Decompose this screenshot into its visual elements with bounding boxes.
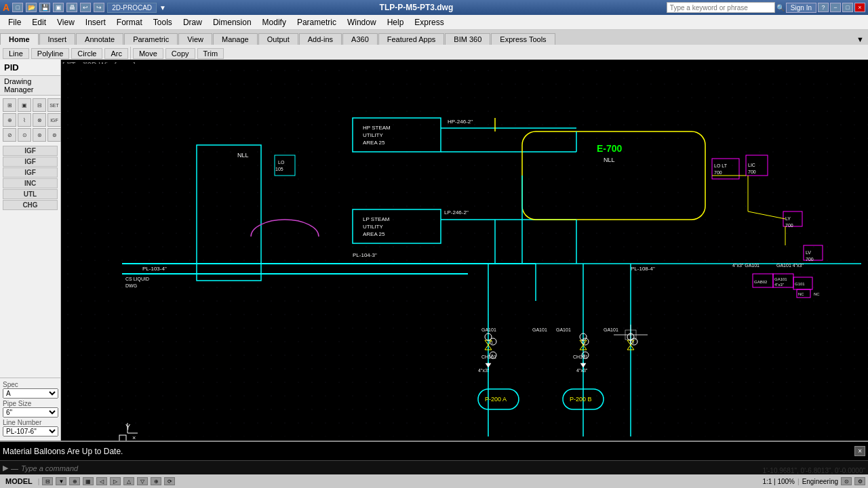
rb-poly[interactable]: Polyline bbox=[31, 48, 70, 59]
rb-sep1 bbox=[130, 47, 131, 60]
settings-icon[interactable]: ⚙ bbox=[854, 477, 865, 485]
svg-text:700: 700 bbox=[806, 257, 814, 262]
tool-btn-10[interactable]: ⊙ bbox=[18, 128, 31, 142]
help-icon[interactable]: ? bbox=[818, 3, 829, 12]
tool-btn-igf[interactable]: IGF bbox=[47, 113, 61, 127]
restore-btn[interactable]: □ bbox=[842, 3, 853, 12]
menu-tools[interactable]: Tools bbox=[148, 16, 178, 28]
svg-text:PL-103-4": PL-103-4" bbox=[142, 266, 167, 272]
close-command[interactable]: × bbox=[854, 446, 865, 456]
2d-view-icon[interactable]: ⊟ bbox=[42, 477, 53, 485]
tool-btn-1[interactable]: ⊞ bbox=[3, 98, 16, 112]
tab-addins[interactable]: Add-ins bbox=[299, 33, 342, 45]
tab-home[interactable]: Home bbox=[0, 33, 39, 45]
tab-insert[interactable]: Insert bbox=[39, 33, 76, 45]
orbit-icon[interactable]: ⟳ bbox=[164, 477, 175, 485]
tab-output[interactable]: Output bbox=[258, 33, 298, 45]
tool-chg[interactable]: CHG bbox=[3, 200, 58, 210]
menu-help[interactable]: Help bbox=[382, 16, 410, 28]
command-input-area[interactable]: ▶ — bbox=[0, 461, 868, 475]
tool-btn-12[interactable]: ⊚ bbox=[47, 128, 61, 142]
sign-in-btn[interactable]: Sign In bbox=[786, 3, 816, 13]
ribbon-expand[interactable]: ▼ bbox=[852, 34, 868, 45]
tool-igf[interactable]: IGF bbox=[3, 146, 58, 156]
nav-btn-2[interactable]: ▷ bbox=[110, 477, 121, 485]
menu-draw[interactable]: Draw bbox=[178, 16, 208, 28]
line-number-select[interactable]: PL-107-6" bbox=[3, 426, 58, 436]
grid-icon[interactable]: ▦ bbox=[83, 477, 94, 485]
tab-annotate[interactable]: Annotate bbox=[76, 33, 123, 45]
rb-trim[interactable]: Trim bbox=[197, 48, 224, 59]
model-mode[interactable]: MODEL bbox=[3, 477, 35, 485]
tb-undo[interactable]: ↩ bbox=[80, 3, 91, 12]
tool-utl[interactable]: UTL bbox=[3, 189, 58, 199]
tool-btn-11[interactable]: ⊛ bbox=[33, 128, 46, 142]
tb-new[interactable]: □ bbox=[12, 3, 23, 12]
scale-display[interactable]: 1:1 | 100% bbox=[762, 478, 795, 485]
tab-featured[interactable]: Featured Apps bbox=[378, 33, 445, 45]
snap-icon[interactable]: ⊕ bbox=[69, 477, 80, 485]
zoom-icon[interactable]: ⊕ bbox=[151, 477, 161, 485]
tab-parametric[interactable]: Parametric bbox=[124, 33, 178, 45]
close-btn[interactable]: × bbox=[854, 3, 865, 12]
tab-a360[interactable]: A360 bbox=[342, 33, 378, 45]
tool-btn-6[interactable]: ⌇ bbox=[18, 113, 31, 127]
svg-text:UTILITY: UTILITY bbox=[363, 224, 383, 230]
units-display[interactable]: Engineering bbox=[802, 478, 838, 485]
tb-dropdown[interactable]: 2D-PROCAD bbox=[107, 3, 157, 13]
svg-text:105: 105 bbox=[275, 167, 283, 171]
tool-btn-9[interactable]: ⊘ bbox=[3, 128, 16, 142]
menu-window[interactable]: Window bbox=[342, 16, 382, 28]
tb-save[interactable]: 💾 bbox=[39, 3, 50, 12]
tool-btn-7[interactable]: ⊗ bbox=[33, 113, 46, 127]
tool-btn-3[interactable]: ⊟ bbox=[33, 98, 46, 112]
svg-text:GA101: GA101 bbox=[481, 327, 496, 332]
menu-edit[interactable]: Edit bbox=[26, 16, 52, 28]
menu-parametric[interactable]: Parametric bbox=[292, 16, 342, 28]
menu-express[interactable]: Express bbox=[409, 16, 449, 28]
tab-view[interactable]: View bbox=[178, 33, 212, 45]
rb-line[interactable]: Line bbox=[3, 48, 29, 59]
tool-btn-2[interactable]: ▣ bbox=[18, 98, 31, 112]
menu-file[interactable]: File bbox=[3, 16, 26, 28]
menu-dimension[interactable]: Dimension bbox=[208, 16, 257, 28]
tool-btn-5[interactable]: ⊕ bbox=[3, 113, 16, 127]
pipe-size-select[interactable]: 6" bbox=[3, 407, 58, 418]
annotation-icon[interactable]: ⊙ bbox=[841, 477, 852, 485]
command-input[interactable] bbox=[21, 464, 865, 472]
tb-print[interactable]: 🖶 bbox=[66, 3, 77, 12]
svg-text:CS LIQUID: CS LIQUID bbox=[125, 277, 149, 282]
tb-open[interactable]: 📂 bbox=[26, 3, 37, 12]
tb-redo[interactable]: ↪ bbox=[94, 3, 104, 12]
rb-copy[interactable]: Copy bbox=[165, 48, 195, 59]
tb-saveas[interactable]: ▣ bbox=[53, 3, 64, 12]
menu-insert[interactable]: Insert bbox=[80, 16, 111, 28]
menu-modify[interactable]: Modify bbox=[257, 16, 292, 28]
svg-text:LV: LV bbox=[806, 250, 811, 255]
cad-drawing[interactable]: HP STEAM UTILITY AREA 25 HP-246-2" LP ST… bbox=[61, 60, 868, 441]
tool-igf3[interactable]: IGF bbox=[3, 167, 58, 178]
tb-dropdown-arrow[interactable]: ▼ bbox=[159, 4, 166, 12]
tab-bim360[interactable]: BIM 360 bbox=[445, 33, 490, 45]
rb-circle[interactable]: Circle bbox=[71, 48, 102, 59]
menu-format[interactable]: Format bbox=[111, 16, 148, 28]
nav-btn-4[interactable]: ▽ bbox=[137, 477, 148, 485]
tab-manage[interactable]: Manage bbox=[213, 33, 258, 45]
tool-inc[interactable]: INC bbox=[3, 178, 58, 188]
rb-move[interactable]: Move bbox=[133, 48, 163, 59]
view-dropdown[interactable]: ▼ bbox=[56, 477, 66, 485]
minimize-btn[interactable]: − bbox=[830, 3, 841, 12]
spec-select[interactable]: A bbox=[3, 388, 58, 399]
search-input[interactable] bbox=[667, 2, 775, 13]
tool-igf2[interactable]: IGF bbox=[3, 157, 58, 167]
nav-btn-3[interactable]: △ bbox=[123, 477, 134, 485]
rb-arc[interactable]: Arc bbox=[104, 48, 128, 59]
drawing-manager-btn[interactable]: Drawing Manager bbox=[0, 76, 60, 96]
nav-btn-1[interactable]: ◁ bbox=[96, 477, 107, 485]
main-canvas[interactable]: [-][Top][2D Wireframe] HP STEAM UTILITY … bbox=[61, 60, 868, 441]
menu-view[interactable]: View bbox=[52, 16, 80, 28]
search-icon[interactable]: 🔍 bbox=[776, 4, 785, 12]
tab-expresstools[interactable]: Express Tools bbox=[491, 33, 555, 45]
tool-btn-set[interactable]: SET bbox=[47, 98, 61, 112]
pipe-size-label: Pipe Size bbox=[3, 400, 58, 407]
